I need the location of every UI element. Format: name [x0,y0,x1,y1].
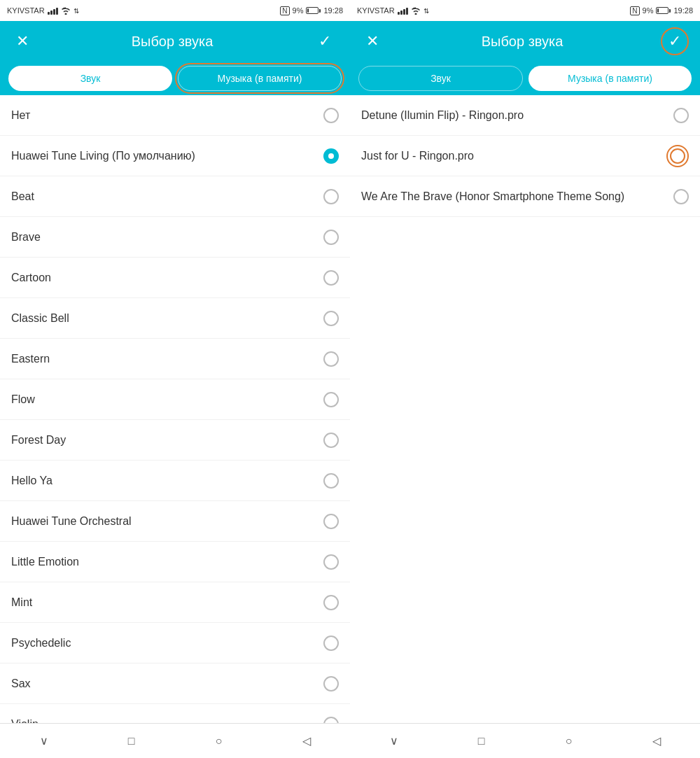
radio-button[interactable] [323,473,339,489]
nav-forward-left[interactable]: ◁ [294,729,319,754]
status-left: KYIVSTAR ⇅ [7,6,82,15]
radio-button[interactable] [323,717,339,724]
status-right-right: N 9% 19:28 [630,6,693,15]
tab-bar-left: Звук Музыка (в памяти) [0,62,350,95]
list-item[interactable]: Psychedelic [0,623,350,664]
list-item[interactable]: Нет [0,95,350,136]
confirm-button-left[interactable]: ✓ [311,27,339,55]
list-item[interactable]: Forest Day [0,420,350,461]
radio-button[interactable] [323,636,339,651]
signal-bars-left [48,6,58,15]
tab-music-right[interactable]: Музыка (в памяти) [528,66,692,91]
list-left[interactable]: НетHuawei Tune Living (По умолчанию)Beat… [0,95,350,723]
status-bar-right: KYIVSTAR ⇅ N 9% 19:28 [350,0,700,21]
left-panel: KYIVSTAR ⇅ N 9% 19:28 [0,0,350,758]
title-right: Выбор звука [482,34,564,50]
list-item[interactable]: Eastern [0,339,350,379]
radio-button[interactable] [323,270,339,286]
title-left: Выбор звука [132,34,214,50]
radio-button[interactable] [323,230,339,245]
list-item[interactable]: Little Emotion [0,542,350,582]
radio-button[interactable] [323,676,339,692]
list-right[interactable]: Detune (Ilumin Flip) - Ringon.proJust fo… [350,95,700,723]
list-item[interactable]: Brave [0,217,350,258]
list-item[interactable]: Detune (Ilumin Flip) - Ringon.pro [350,95,700,136]
radio-button[interactable] [323,189,339,204]
list-item[interactable]: Mint [0,582,350,623]
list-item-label: Classic Bell [11,312,69,325]
radio-button[interactable] [323,108,339,123]
nav-back-right[interactable]: ∨ [382,729,407,754]
svg-text:⇅: ⇅ [74,7,79,15]
wifi-icon-left [61,6,71,15]
radio-wrapper [666,145,689,167]
list-item-label: Just for U - Ringon.pro [361,150,474,162]
list-item[interactable]: Huawei Tune Orchestral [0,501,350,542]
list-item-label: Нет [11,109,30,122]
list-item[interactable]: We Are The Brave (Honor Smartphone Theme… [350,176,700,217]
nav-home-right[interactable]: □ [469,729,494,754]
radio-button[interactable] [323,351,339,367]
carrier-right: KYIVSTAR [357,6,395,15]
list-item-label: Hello Ya [11,475,52,487]
wifi-icon-right [411,6,421,15]
bar4r [406,8,408,15]
list-item[interactable]: Beat [0,176,350,217]
tab-music-left[interactable]: Музыка (в памяти) [178,66,342,91]
close-button-left[interactable]: ✕ [11,30,34,52]
bar3r [403,9,405,15]
bar4 [56,8,58,15]
header-left: ✕ Выбор звука ✓ [0,21,350,62]
list-item[interactable]: Hello Ya [0,461,350,501]
carrier-left: KYIVSTAR [7,6,45,15]
radio-button[interactable] [673,189,689,204]
radio-wrapper [673,189,689,204]
data-icon-right: ⇅ [424,6,432,15]
nav-forward-right[interactable]: ◁ [644,729,669,754]
bottom-nav-right: ∨ □ ○ ◁ [350,723,700,758]
header-right: ✕ Выбор звука ✓ [350,21,700,62]
signal-bars-right [398,6,408,15]
tab-sound-right[interactable]: Звук [358,66,523,91]
nav-circle-right[interactable]: ○ [556,729,582,754]
radio-button[interactable] [323,595,339,610]
radio-button[interactable] [323,514,339,529]
status-left-right: KYIVSTAR ⇅ [357,6,432,15]
list-item-label: Mint [11,596,32,609]
close-button-right[interactable]: ✕ [361,30,384,52]
list-item-label: Beat [11,190,34,203]
radio-button[interactable] [323,554,339,570]
radio-button[interactable] [323,433,339,448]
battery-icon-right [656,7,671,14]
bar1r [398,12,400,15]
nav-back-left[interactable]: ∨ [31,729,57,754]
list-item[interactable]: Flow [0,379,350,420]
list-item-label: Detune (Ilumin Flip) - Ringon.pro [361,109,524,122]
bottom-nav-left: ∨ □ ○ ◁ [0,723,350,758]
nav-home-left[interactable]: □ [119,729,144,754]
tab-sound-left[interactable]: Звук [8,66,172,91]
list-item[interactable]: Sax [0,664,350,704]
nfc-left: N [280,6,289,15]
list-item-label: Eastern [11,353,50,365]
radio-button[interactable] [323,392,339,407]
radio-button[interactable] [323,311,339,326]
list-item[interactable]: Cartoon [0,258,350,298]
nav-circle-left[interactable]: ○ [206,729,232,754]
tab-bar-right: Звук Музыка (в памяти) [350,62,700,95]
list-item-label: Huawei Tune Living (По умолчанию) [11,150,195,162]
list-item[interactable]: Classic Bell [0,298,350,339]
time-right: 19:28 [673,6,693,15]
confirm-button-right[interactable]: ✓ [661,27,689,55]
battery-pct-left: 9% [293,6,304,15]
list-item-label: Psychedelic [11,637,71,650]
radio-button[interactable] [323,148,339,164]
list-item[interactable]: Just for U - Ringon.pro [350,136,700,176]
list-item[interactable]: Violin... [0,704,350,723]
battery-icon-left [306,7,321,14]
bar2r [400,10,402,15]
radio-wrapper [673,108,689,123]
radio-button[interactable] [673,108,689,123]
radio-button[interactable] [670,148,685,164]
list-item[interactable]: Huawei Tune Living (По умолчанию) [0,136,350,176]
